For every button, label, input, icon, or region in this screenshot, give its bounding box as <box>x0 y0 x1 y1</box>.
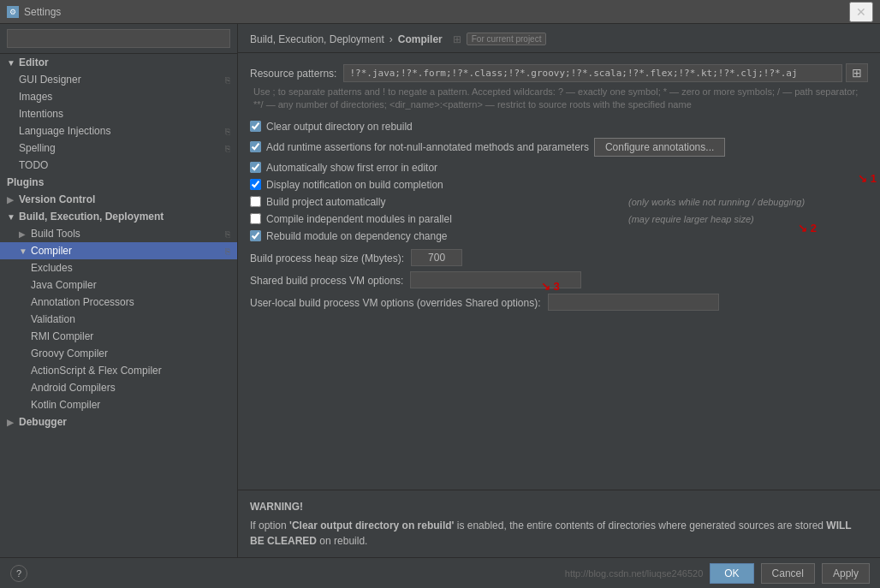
sidebar-item-label: ActionScript & Flex Compiler <box>31 365 162 377</box>
arrow-icon: ▶ <box>19 229 27 239</box>
sidebar-item-label: Compiler <box>31 245 72 257</box>
sidebar-item-label: Annotation Processors <box>31 296 134 308</box>
search-box <box>0 24 237 54</box>
sidebar-item-label: Build, Execution, Deployment <box>19 211 164 223</box>
sidebar-item-actionscript-compiler[interactable]: ActionScript & Flex Compiler <box>0 362 237 379</box>
sidebar-item-java-compiler[interactable]: Java Compiler <box>0 276 237 294</box>
sidebar-item-kotlin-compiler[interactable]: Kotlin Compiler <box>0 396 237 413</box>
section-title: Compiler <box>398 33 443 45</box>
user-local-vm-label: User-local build process VM options (ove… <box>250 295 541 309</box>
resource-patterns-label: Resource patterns: <box>250 66 336 80</box>
arrow-icon: ▼ <box>7 58 15 68</box>
sidebar-item-label: Plugins <box>7 176 44 188</box>
compile-parallel-left: Compile independent modules in parallel <box>250 213 621 225</box>
build-auto-checkbox[interactable] <box>250 196 261 207</box>
url-text: http://blog.csdn.net/liuqse246520 <box>565 568 703 579</box>
sidebar-item-validation[interactable]: Validation <box>0 311 237 328</box>
show-first-error-checkbox[interactable] <box>250 162 261 173</box>
compile-parallel-checkbox[interactable] <box>250 213 261 224</box>
sidebar-item-rmi-compiler[interactable]: RMI Compiler <box>0 328 237 345</box>
copy-icon: ⎘ <box>225 144 230 153</box>
runtime-assertions-row: Add runtime assertions for not-null-anno… <box>250 138 868 157</box>
heap-size-input[interactable]: 700 <box>411 249 462 266</box>
bottom-bar: ? http://blog.csdn.net/liuqse246520 OK C… <box>0 557 880 588</box>
sidebar-item-label: Groovy Compiler <box>31 347 108 359</box>
cancel-button[interactable]: Cancel <box>761 563 815 584</box>
sidebar-item-compiler[interactable]: ▼ Compiler ⎘ <box>0 242 237 259</box>
sidebar-item-label: Excludes <box>31 262 73 274</box>
apply-button[interactable]: Apply <box>822 563 870 584</box>
copy-icon: ⎘ <box>225 75 230 85</box>
sidebar-item-groovy-compiler[interactable]: Groovy Compiler <box>0 345 237 362</box>
sidebar: ▼ Editor GUI Designer ⎘ Images Intention… <box>0 24 238 557</box>
title-bar: ⚙ Settings ✕ <box>0 0 880 24</box>
build-auto-label: Build project automatically <box>266 196 385 208</box>
configure-annotations-button[interactable]: Configure annotations... <box>594 138 725 157</box>
sidebar-item-language-injections[interactable]: Language Injections ⎘ <box>0 122 237 140</box>
sidebar-item-images[interactable]: Images <box>0 88 237 105</box>
show-first-error-row: Automatically show first error in editor <box>250 162 868 174</box>
sidebar-item-editor[interactable]: ▼ Editor <box>0 54 237 71</box>
heap-size-row: Build process heap size (Mbytes): 700 <box>250 249 868 266</box>
resource-patterns-row: Resource patterns: !?*.java;!?*.form;!?*… <box>250 63 868 82</box>
compile-parallel-row: Compile independent modules in parallel … <box>250 213 868 225</box>
sidebar-item-label: Intentions <box>19 108 63 120</box>
arrow-icon: ▶ <box>7 418 15 427</box>
sidebar-item-todo[interactable]: TODO <box>0 157 237 174</box>
breadcrumb: Build, Execution, Deployment <box>250 33 384 45</box>
warning-text: If option 'Clear output directory on reb… <box>250 518 868 549</box>
sidebar-item-version-control[interactable]: ▶ Version Control <box>0 191 237 208</box>
sidebar-item-label: Build Tools <box>31 228 80 240</box>
sidebar-item-excludes[interactable]: Excludes <box>0 259 237 276</box>
help-button[interactable]: ? <box>10 565 27 582</box>
heap-size-label: Build process heap size (Mbytes): <box>250 251 404 264</box>
resource-patterns-input[interactable]: !?*.java;!?*.form;!?*.class;!?*.groovy;!… <box>343 64 842 82</box>
main-layout: ▼ Editor GUI Designer ⎘ Images Intention… <box>0 24 880 557</box>
compile-parallel-note: (may require larger heap size) <box>628 214 868 224</box>
search-input[interactable] <box>7 29 230 48</box>
title-bar-left: ⚙ Settings <box>7 6 61 18</box>
sidebar-item-label: Kotlin Compiler <box>31 399 100 411</box>
clear-output-checkbox[interactable] <box>250 121 261 132</box>
runtime-assertions-checkbox[interactable] <box>250 141 261 152</box>
rebuild-module-checkbox[interactable] <box>250 230 261 241</box>
settings-icon: ⚙ <box>7 6 19 18</box>
display-notification-left: Display notification on build completion <box>250 179 868 191</box>
sidebar-item-gui-designer[interactable]: GUI Designer ⎘ <box>0 71 237 88</box>
display-notification-checkbox[interactable] <box>250 179 261 190</box>
sidebar-item-build-exec-deploy[interactable]: ▼ Build, Execution, Deployment <box>0 208 237 225</box>
project-badge: For current project <box>467 33 547 45</box>
sidebar-item-build-tools[interactable]: ▶ Build Tools ⎘ <box>0 225 237 242</box>
sidebar-item-label: Spelling <box>19 142 56 154</box>
tab-icon: ⊞ <box>453 33 461 45</box>
shared-vm-input[interactable] <box>410 271 581 288</box>
runtime-assertions-label: Add runtime assertions for not-null-anno… <box>266 141 589 153</box>
user-local-vm-input[interactable] <box>548 294 719 311</box>
content-body: Resource patterns: !?*.java;!?*.form;!?*… <box>238 53 880 490</box>
sidebar-item-label: Language Injections <box>19 125 110 137</box>
rebuild-module-label: Rebuild module on dependency change <box>266 230 448 242</box>
copy-icon: ⎘ <box>225 127 230 136</box>
warning-title: WARNING! <box>250 499 868 514</box>
sidebar-item-label: RMI Compiler <box>31 330 93 342</box>
resource-patterns-button[interactable]: ⊞ <box>846 63 868 82</box>
close-button[interactable]: ✕ <box>849 2 873 22</box>
ok-button[interactable]: OK <box>710 563 753 584</box>
sidebar-item-annotation-processors[interactable]: Annotation Processors <box>0 294 237 311</box>
sidebar-item-label: Editor <box>19 56 49 68</box>
build-auto-row: Build project automatically (only works … <box>250 196 868 208</box>
clear-output-label: Clear output directory on rebuild <box>266 121 413 133</box>
sidebar-item-android-compilers[interactable]: Android Compilers <box>0 379 237 396</box>
rebuild-module-row: Rebuild module on dependency change <box>250 230 868 242</box>
arrow-icon: ▼ <box>7 212 15 222</box>
shared-vm-label: Shared build process VM options: <box>250 273 403 287</box>
sidebar-item-debugger[interactable]: ▶ Debugger <box>0 413 237 431</box>
copy-icon: ⎘ <box>225 246 230 256</box>
sidebar-item-label: Debugger <box>19 416 67 428</box>
sidebar-item-intentions[interactable]: Intentions <box>0 105 237 122</box>
sidebar-item-label: Images <box>19 91 52 103</box>
sidebar-item-spelling[interactable]: Spelling ⎘ <box>0 140 237 157</box>
sidebar-item-plugins[interactable]: Plugins <box>0 174 237 191</box>
warning-box: WARNING! If option 'Clear output directo… <box>238 490 880 557</box>
display-notification-row: Display notification on build completion… <box>250 179 868 191</box>
